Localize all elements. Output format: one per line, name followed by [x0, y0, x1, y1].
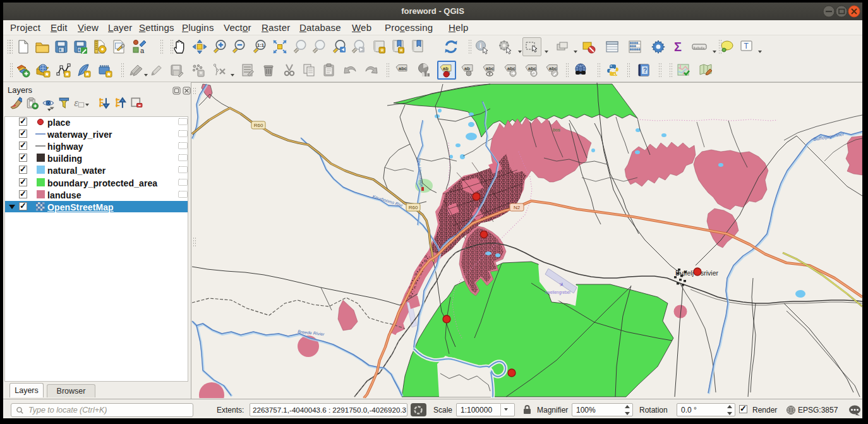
svg-text:srivier: srivier: [701, 269, 719, 277]
svg-text:a: a: [140, 47, 145, 54]
svg-text:R60: R60: [409, 205, 418, 210]
svg-text:abc: abc: [399, 66, 407, 71]
svg-text:Buffelj: Buffelj: [675, 269, 694, 277]
svg-text:abc: abc: [486, 66, 494, 71]
svg-text:bos: bos: [553, 127, 560, 133]
svg-text:ab: ab: [464, 66, 470, 71]
svg-text:swellengrebel: swellengrebel: [545, 290, 570, 295]
svg-text:?: ?: [643, 67, 647, 74]
svg-text:i: i: [479, 42, 481, 49]
svg-text:1:1: 1:1: [257, 42, 264, 48]
svg-text:N2: N2: [514, 205, 521, 210]
svg-text:Σ: Σ: [674, 40, 682, 54]
svg-text:T: T: [744, 42, 749, 51]
svg-text:ε: ε: [74, 97, 78, 108]
svg-text:R60: R60: [254, 123, 263, 128]
